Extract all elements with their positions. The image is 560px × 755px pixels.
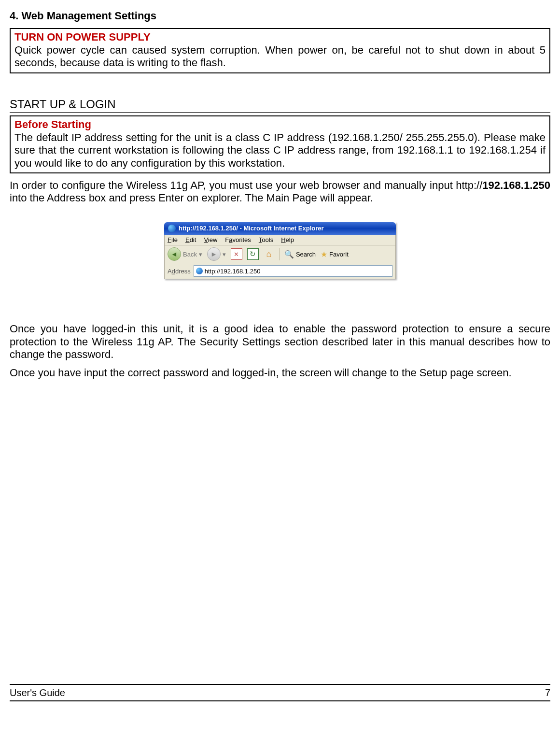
section-heading: 4. Web Management Settings	[10, 10, 550, 22]
paragraph-password-protection: Once you have logged-in this unit, it is…	[10, 323, 550, 361]
ie-menubar[interactable]: File Edit View Favorites Tools Help	[164, 235, 396, 246]
back-button[interactable]: ◄ Back ▾	[168, 247, 202, 261]
paragraph-setup-page: Once you have input the correct password…	[10, 367, 550, 379]
forward-button[interactable]: ► ▾	[207, 247, 226, 261]
forward-icon: ►	[207, 247, 221, 261]
ie-address-bar: Address http://192.168.1.250	[164, 263, 396, 279]
footer-page-number: 7	[545, 687, 550, 698]
star-icon: ★	[321, 250, 327, 259]
ie-logo-icon	[168, 225, 176, 232]
subsection-heading: START UP & LOGIN	[10, 98, 550, 113]
back-icon: ◄	[168, 247, 181, 261]
menu-file[interactable]: File	[168, 236, 178, 244]
ie-titlebar: http://192.168.1.250/ - Microsoft Intern…	[164, 222, 396, 235]
search-label: Search	[296, 251, 316, 258]
stop-button[interactable]: ✕	[231, 248, 242, 260]
ie-toolbar: ◄ Back ▾ ► ▾ ✕ ↻ ⌂ 🔍 Search ★ Favorit	[164, 245, 396, 263]
para1-pre: In order to configure the Wireless 11g A…	[10, 179, 482, 191]
paragraph-config: In order to configure the Wireless 11g A…	[10, 179, 550, 205]
para1-post: into the Address box and press Enter on …	[10, 192, 373, 204]
favorites-label: Favorit	[329, 251, 349, 258]
address-input[interactable]: http://192.168.1.250	[194, 265, 392, 277]
warning-box-before-starting: Before Starting The default IP address s…	[10, 115, 550, 173]
address-label: Address	[168, 268, 191, 275]
page-icon	[196, 268, 203, 274]
refresh-button[interactable]: ↻	[247, 248, 259, 260]
ie-window: http://192.168.1.250/ - Microsoft Intern…	[164, 222, 396, 280]
menu-edit[interactable]: Edit	[185, 236, 196, 244]
search-button[interactable]: 🔍 Search	[284, 250, 316, 259]
dropdown-icon: ▾	[199, 251, 202, 258]
box1-title: TURN ON POWER SUPPLY	[14, 31, 546, 43]
home-button[interactable]: ⌂	[264, 249, 274, 259]
box2-title: Before Starting	[14, 118, 546, 131]
ie-title-text: http://192.168.1.250/ - Microsoft Intern…	[179, 225, 324, 232]
warning-box-power: TURN ON POWER SUPPLY Quick power cycle c…	[10, 28, 550, 73]
toolbar-separator	[279, 248, 280, 260]
address-value: http://192.168.1.250	[205, 268, 261, 275]
back-label: Back	[183, 251, 197, 258]
dropdown-icon: ▾	[223, 251, 226, 258]
box1-body: Quick power cycle can caused system corr…	[14, 44, 546, 70]
browser-screenshot: http://192.168.1.250/ - Microsoft Intern…	[10, 222, 550, 280]
para1-bold: 192.168.1.250	[482, 179, 550, 191]
menu-tools[interactable]: Tools	[259, 236, 273, 244]
section-title: Web Management Settings	[21, 10, 156, 22]
favorites-button[interactable]: ★ Favorit	[321, 250, 349, 259]
page-footer: User's Guide 7	[10, 684, 550, 701]
menu-favorites[interactable]: Favorites	[225, 236, 251, 244]
search-icon: 🔍	[284, 250, 294, 259]
section-number: 4.	[10, 10, 18, 22]
menu-help[interactable]: Help	[281, 236, 294, 244]
footer-left: User's Guide	[10, 687, 65, 698]
menu-view[interactable]: View	[204, 236, 217, 244]
box2-body: The default IP address setting for the u…	[14, 131, 546, 170]
